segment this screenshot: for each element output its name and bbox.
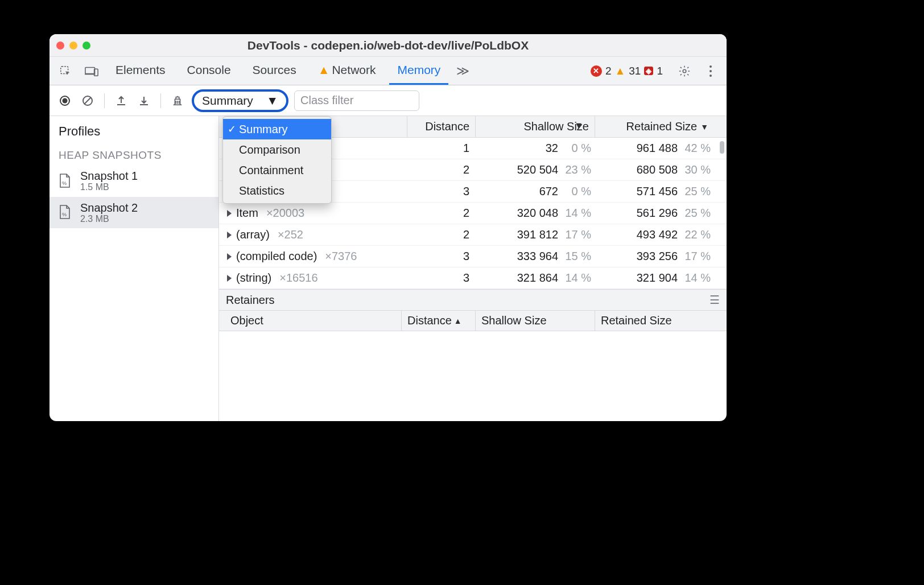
upload-icon[interactable] [113, 92, 130, 109]
tab-elements[interactable]: Elements [108, 57, 174, 85]
snapshot-size: 1.5 MB [80, 182, 138, 192]
separator [104, 93, 105, 108]
svg-point-3 [683, 69, 686, 73]
svg-point-4 [710, 65, 712, 68]
window-controls [56, 42, 90, 50]
table-row[interactable]: (compiled code)×73763333 96415 %393 2561… [219, 246, 727, 267]
instance-count: ×252 [278, 228, 303, 241]
status-badges: ✕ 2 ▲ 31 ◈ 1 [591, 65, 663, 77]
table-row[interactable]: (string)×165163321 86414 %321 90414 % [219, 267, 727, 289]
ret-col-shallow[interactable]: Shallow Size [475, 311, 595, 331]
maximize-icon[interactable] [82, 42, 90, 50]
scrollbar-thumb[interactable] [720, 141, 724, 154]
shallow-size-cell: 333 96415 % [475, 250, 595, 263]
table-row[interactable]: (array)×2522391 81217 %493 49222 % [219, 224, 727, 246]
constructor-name: (compiled code) [236, 250, 317, 263]
menu-item-containment[interactable]: Containment [223, 160, 331, 180]
table-row[interactable]: Item×200032320 04814 %561 29625 % [219, 203, 727, 224]
svg-rect-1 [85, 67, 95, 73]
device-toolbar-icon[interactable] [81, 61, 102, 81]
breakpoint-count: 1 [657, 65, 663, 77]
sort-desc-icon: ▼ [700, 122, 708, 131]
tab-console[interactable]: Console [179, 57, 239, 85]
record-icon[interactable] [56, 92, 73, 109]
col-distance[interactable]: Distance [407, 116, 475, 137]
heap-snapshots-heading: HEAP SNAPSHOTS [59, 149, 209, 162]
distance-cell: 2 [407, 228, 475, 241]
profiles-sidebar: Profiles HEAP SNAPSHOTS % Snapshot 1 1.5… [50, 116, 219, 421]
retained-size-cell: 321 90414 % [595, 271, 714, 285]
download-icon[interactable] [135, 92, 152, 109]
snapshot-item[interactable]: % Snapshot 2 2.3 MB [50, 197, 218, 229]
retained-size-cell: 961 48842 % [595, 142, 714, 155]
class-filter-input[interactable] [294, 90, 419, 111]
garbage-collect-icon[interactable] [169, 92, 186, 109]
close-icon[interactable] [56, 42, 64, 50]
breakpoint-badge-icon[interactable]: ◈ [644, 67, 653, 75]
clear-icon[interactable] [79, 92, 96, 109]
hamburger-icon[interactable]: ☰ [710, 293, 720, 307]
shallow-size-cell: 321 86414 % [475, 271, 595, 285]
profiles-heading: Profiles [59, 124, 209, 139]
menu-item-summary[interactable]: Summary [223, 119, 331, 139]
shallow-size-cell: 391 81217 % [475, 228, 595, 241]
tab-sources[interactable]: Sources [245, 57, 304, 85]
ret-col-object[interactable]: Object [225, 311, 401, 331]
separator [160, 93, 161, 108]
view-mode-label: Summary [202, 94, 253, 108]
menu-item-statistics[interactable]: Statistics [223, 180, 331, 201]
error-badge-icon[interactable]: ✕ [591, 65, 602, 77]
minimize-icon[interactable] [69, 42, 77, 50]
distance-cell: 2 [407, 207, 475, 220]
snapshot-file-icon: % [59, 205, 73, 220]
gear-icon[interactable] [674, 61, 695, 81]
tab-network[interactable]: ▲ Network [310, 57, 384, 85]
disclosure-triangle-icon[interactable] [227, 253, 232, 260]
svg-point-6 [710, 75, 712, 77]
more-tabs-chevron-icon[interactable]: ≫ [454, 64, 472, 79]
menu-item-comparison[interactable]: Comparison [223, 139, 331, 160]
distance-cell: 3 [407, 250, 475, 263]
tab-memory[interactable]: Memory [389, 57, 448, 85]
distance-cell: 3 [407, 185, 475, 198]
svg-line-10 [84, 97, 91, 104]
window-title: DevTools - codepen.io/web-dot-dev/live/P… [50, 39, 727, 52]
chevron-down-icon: ▼ [266, 94, 278, 108]
retained-size-cell: 493 49222 % [595, 228, 714, 241]
snapshot-file-icon: % [59, 174, 73, 188]
constructor-name: (array) [236, 228, 270, 241]
warning-count: 31 [629, 65, 641, 77]
svg-text:%: % [62, 212, 67, 217]
instance-count: ×7376 [325, 250, 357, 263]
disclosure-triangle-icon[interactable] [227, 232, 232, 238]
svg-text:%: % [62, 180, 67, 186]
retainers-title: Retainers [226, 294, 275, 307]
snapshot-size: 2.3 MB [80, 214, 138, 224]
shallow-size-cell: 320 04814 % [475, 207, 595, 220]
ret-col-retained[interactable]: Retained Size [595, 311, 714, 331]
disclosure-triangle-icon[interactable] [227, 275, 232, 282]
retained-size-cell: 393 25617 % [595, 250, 714, 263]
sort-asc-icon: ▲ [454, 316, 462, 326]
distance-cell: 3 [407, 271, 475, 285]
retained-size-cell: 561 29625 % [595, 207, 714, 220]
column-picker-chevron-icon[interactable]: ▼ [574, 121, 583, 131]
constructor-name: (string) [236, 271, 271, 285]
ret-col-distance[interactable]: Distance ▲ [401, 311, 475, 331]
retainers-header: Object Distance ▲ Shallow Size Retained … [219, 311, 727, 331]
error-count: 2 [605, 65, 612, 77]
view-mode-dropdown[interactable]: Summary ▼ [192, 89, 288, 112]
kebab-menu-icon[interactable] [700, 61, 721, 81]
warning-badge-icon[interactable]: ▲ [614, 65, 625, 77]
panel-body: Profiles HEAP SNAPSHOTS % Snapshot 1 1.5… [50, 116, 727, 421]
memory-toolbar: Summary ▼ Summary Comparison Containment… [50, 85, 727, 116]
col-retained-size[interactable]: Retained Size ▼ [595, 116, 714, 137]
constructor-name: Item [236, 207, 258, 220]
inspect-element-icon[interactable] [55, 61, 76, 81]
svg-point-8 [63, 98, 68, 103]
disclosure-triangle-icon[interactable] [227, 210, 232, 217]
view-mode-menu: Summary Comparison Containment Statistic… [222, 116, 332, 204]
retained-size-cell: 680 50830 % [595, 163, 714, 176]
distance-cell: 2 [407, 163, 475, 176]
snapshot-item[interactable]: % Snapshot 1 1.5 MB [50, 165, 218, 197]
